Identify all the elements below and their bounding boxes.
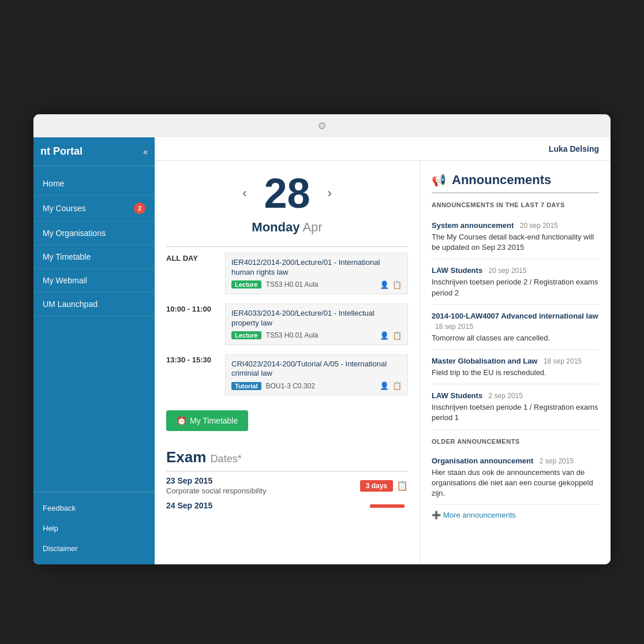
ann-source: System announcement (432, 221, 514, 230)
ann-text: Hier staan dus ook de announcements van … (432, 467, 599, 499)
ann-source: LAW Students (432, 266, 482, 275)
schedule-details: IER4012/2014-200/Lecture/01 - Internatio… (225, 253, 408, 294)
sidebar-item-label: My Organisations (43, 229, 106, 238)
month-name: Apr (302, 220, 322, 234)
ann-source-line: System announcement 20 sep 2015 (432, 220, 599, 230)
exam-name: Corporate social responsibility (166, 486, 360, 495)
announcement-item: LAW Students 2 sep 2015 Inschrijven toet… (432, 384, 599, 429)
my-timetable-button[interactable]: ⏰ My Timetable (166, 410, 248, 431)
plus-icon: ➕ (432, 511, 441, 519)
schedule-meta: Lecture TS53 H0.01 Aula 👤 📋 (231, 331, 402, 340)
schedule-location: TS53 H0.01 Aula (266, 331, 319, 339)
sidebar-item-home[interactable]: Home (33, 172, 155, 196)
ann-text: Inschrijven toetsen periode 2 / Registra… (432, 277, 599, 298)
schedule-title: CRI4023/2014-200/Tutorial A/05 - Interna… (231, 360, 402, 379)
schedule-details: IER4033/2014-200/Lecture/01 - Intellectu… (225, 304, 408, 345)
sidebar-item-label: UM Launchpad (43, 299, 98, 309)
sidebar-item-label: My Timetable (43, 252, 91, 261)
more-announcements-button[interactable]: ➕ More announcements (432, 511, 599, 519)
sidebar-item-my-organisations[interactable]: My Organisations (33, 222, 155, 245)
sidebar-item-my-webmail[interactable]: My Webmail (33, 269, 155, 293)
sidebar-item-my-timetable[interactable]: My Timetable (33, 245, 155, 269)
exam-label: Exam (166, 448, 206, 466)
ann-source: Master Globalisation and Law (432, 357, 537, 365)
ann-date: 18 sep 2015 (435, 323, 473, 331)
device-frame: nt Portal « Home My Courses 2 My Organis… (33, 114, 611, 564)
sidebar-item-feedback[interactable]: Feedback (33, 498, 155, 518)
next-day-button[interactable]: › (322, 183, 338, 204)
exam-section: Exam Dates* 23 Sep 2015 Corporate social… (166, 448, 408, 511)
schedule-title: IER4033/2014-200/Lecture/01 - Intellectu… (231, 309, 402, 328)
exam-item: 23 Sep 2015 Corporate social responsibil… (166, 476, 408, 495)
divider (166, 246, 408, 247)
lecture-tag: Lecture (231, 280, 261, 289)
schedule-icons: 👤 📋 (380, 280, 402, 289)
ann-text: Inschrijven toetsen periode 1 / Registra… (432, 402, 599, 423)
ann-source-line: 2014-100-LAW4007 Advanced international … (432, 310, 599, 331)
announcement-item: Master Globalisation and Law 18 sep 2015… (432, 350, 599, 384)
person-icon[interactable]: 👤 (380, 280, 389, 289)
sidebar-item-label: Home (43, 179, 64, 188)
sidebar-item-help[interactable]: Help (33, 518, 155, 538)
ann-date: 20 sep 2015 (489, 267, 527, 275)
announcement-item: 2014-100-LAW4007 Advanced international … (432, 305, 599, 350)
ann-text: Tomorrow all classes are cancelled. (432, 333, 599, 343)
day-number: 28 (264, 173, 310, 214)
sidebar-title: nt Portal (40, 145, 83, 158)
announcements-header: 📢 Announcements (432, 173, 599, 188)
screen: nt Portal « Home My Courses 2 My Organis… (33, 137, 611, 564)
calendar-section: ‹ 28 › Monday Apr ALL DAY IER4012/2014-2… (155, 161, 420, 564)
ann-date: 20 sep 2015 (520, 222, 558, 230)
book-icon[interactable]: 📋 (392, 331, 402, 340)
book-icon[interactable]: 📋 (392, 280, 402, 289)
ann-text: The My Courses detail back-end functiona… (432, 232, 599, 253)
schedule-icons: 👤 📋 (380, 381, 402, 390)
schedule-meta: Lecture TS53 H0.01 Aula 👤 📋 (231, 280, 402, 289)
sidebar-header: nt Portal « (33, 137, 155, 166)
schedule-time: ALL DAY (166, 253, 218, 294)
exam-date: 24 Sep 2015 (166, 501, 370, 510)
sidebar-item-um-launchpad[interactable]: UM Launchpad (33, 293, 155, 316)
prev-day-button[interactable]: ‹ (237, 183, 252, 204)
announcement-item: System announcement 20 sep 2015 The My C… (432, 214, 599, 259)
exam-icon[interactable]: 📋 (396, 480, 408, 491)
sidebar-collapse-button[interactable]: « (143, 147, 148, 156)
sidebar: nt Portal « Home My Courses 2 My Organis… (33, 137, 155, 564)
schedule-details: CRI4023/2014-200/Tutorial A/05 - Interna… (225, 354, 408, 396)
more-ann-label: More announcements (443, 511, 516, 519)
main-content: Luka Delsing ‹ 28 › Monday Apr (155, 137, 611, 564)
ann-source: LAW Students (432, 391, 482, 400)
sidebar-item-my-courses[interactable]: My Courses 2 (33, 196, 155, 222)
ann-divider (432, 192, 599, 193)
schedule-location: TS53 H0.01 Aula (266, 280, 319, 289)
person-icon[interactable]: 👤 (380, 381, 389, 390)
ann-source-line: Master Globalisation and Law 18 sep 2015 (432, 355, 599, 366)
book-icon[interactable]: 📋 (392, 381, 402, 390)
sidebar-item-label: My Courses (43, 204, 86, 213)
content-area: ‹ 28 › Monday Apr ALL DAY IER4012/2014-2… (155, 161, 611, 564)
sidebar-footer: Feedback Help Disclaimer (33, 492, 155, 564)
exam-title: Exam Dates* (166, 448, 408, 466)
person-icon[interactable]: 👤 (380, 331, 389, 340)
date-label: Monday Apr (166, 220, 408, 235)
days-badge (370, 504, 405, 508)
clock-icon: ⏰ (177, 416, 186, 425)
day-name: Monday (252, 220, 299, 234)
lecture-tag: Lecture (231, 331, 261, 339)
ann-section-title: ANNOUNCEMENTS IN THE LAST 7 DAYS (432, 201, 599, 208)
device-top (33, 114, 611, 137)
date-navigation: ‹ 28 › (166, 173, 408, 214)
ann-source-line: LAW Students 20 sep 2015 (432, 265, 599, 275)
ann-date: 18 sep 2015 (544, 357, 582, 365)
tutorial-tag: Tutorial (231, 382, 261, 390)
username-label: Luka Delsing (549, 144, 599, 153)
schedule-item: ALL DAY IER4012/2014-200/Lecture/01 - In… (166, 253, 408, 294)
sidebar-item-disclaimer[interactable]: Disclaimer (33, 538, 155, 559)
exam-info: 23 Sep 2015 Corporate social responsibil… (166, 476, 360, 495)
older-announcements-title: OLDER ANNOUNCEMENTS (432, 438, 599, 445)
announcement-item: LAW Students 20 sep 2015 Inschrijven toe… (432, 259, 599, 304)
announcements-title: Announcements (452, 173, 551, 188)
ann-source-line: Organisation announcement 2 sep 2015 (432, 455, 599, 466)
exam-divider (166, 471, 408, 471)
megaphone-icon: 📢 (432, 173, 446, 187)
